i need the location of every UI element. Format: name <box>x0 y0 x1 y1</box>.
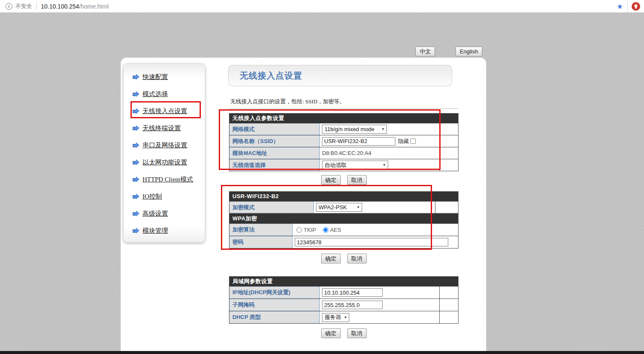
tkip-radio[interactable] <box>296 227 302 233</box>
arrow-icon <box>132 193 139 199</box>
ip-address-input[interactable] <box>322 288 383 297</box>
arrow-icon <box>132 159 139 165</box>
lan-ok-button[interactable]: 确定 <box>321 328 341 338</box>
table-row: 加密模式 WPA2-PSK ▼ <box>229 201 458 213</box>
table-row: 网络名称（SSID） 隐藏 <box>229 135 458 147</box>
password-label: 密码 <box>229 236 293 248</box>
security-table-header: USR-WIFI232-B2 <box>229 192 458 201</box>
sidebar-item-module-management[interactable]: 模块管理 <box>132 226 205 235</box>
arrow-icon <box>132 125 139 131</box>
browser-address-bar: i 不安全 10.10.100.254/home.html ★ <box>0 0 644 13</box>
language-english-button[interactable]: English <box>455 47 482 56</box>
encryption-mode-select[interactable]: WPA2-PSK ▼ <box>316 203 362 212</box>
ssid-label: 网络名称（SSID） <box>229 135 320 147</box>
encryption-mode-label: 加密模式 <box>229 202 314 213</box>
page-description: 无线接入点接口的设置，包括: SSID，加密等。 <box>230 98 345 105</box>
empty-cell <box>439 123 458 135</box>
arrow-icon <box>132 142 139 148</box>
ssid-input[interactable] <box>322 137 395 146</box>
aes-radio[interactable] <box>323 227 328 233</box>
hide-ssid-label: 隐藏 <box>398 138 409 145</box>
sidebar-item-label: 模式选择 <box>142 90 168 98</box>
divider <box>229 108 458 109</box>
channel-label: 无线信道选择 <box>229 159 320 171</box>
lan-cancel-button[interactable]: 取消 <box>347 328 367 338</box>
screen: i 不安全 10.10.100.254/home.html ★ 中文 Engli… <box>0 0 644 354</box>
sidebar-item-advanced[interactable]: 高级设置 <box>132 209 205 218</box>
empty-cell <box>439 311 458 323</box>
table-row: 模块MAC地址 D8:B0:4C:EC:20:A4 <box>229 147 458 159</box>
subnet-mask-label: 子网掩码 <box>229 299 320 311</box>
dhcp-type-label: DHCP 类型 <box>229 311 320 323</box>
ip-address-label: IP地址(DHCP网关设置) <box>229 287 320 298</box>
security-cancel-button[interactable]: 取消 <box>347 254 367 263</box>
url-host: 10.10.100.254 <box>41 3 79 10</box>
subnet-mask-input[interactable] <box>322 301 383 309</box>
chevron-down-icon: ▼ <box>344 316 347 319</box>
wpa-table: WPA加密 加密算法 TKIP AES 密码 <box>229 214 458 249</box>
sidebar-item-mode-select[interactable]: 模式选择 <box>132 89 205 99</box>
mac-label: 模块MAC地址 <box>229 147 320 159</box>
sidebar-item-label: 以太网功能设置 <box>142 158 187 167</box>
sidebar-item-label: 无线终端设置 <box>142 124 181 132</box>
url-text[interactable]: 10.10.100.254/home.html <box>41 3 109 10</box>
lan-button-row: 确定 取消 <box>229 328 458 338</box>
language-chinese-button[interactable]: 中文 <box>415 47 435 56</box>
wpa-table-header: WPA加密 <box>229 214 458 223</box>
mac-address-value: D8:B0:4C:EC:20:A4 <box>322 150 371 156</box>
sidebar-item-uart-network[interactable]: 串口及网络设置 <box>132 140 205 150</box>
table-row: DHCP 类型 服务器 ▼ <box>229 311 458 323</box>
arrow-icon <box>132 228 139 234</box>
empty-cell <box>439 159 458 171</box>
ap-params-table: 无线接入点参数设置 网络模式 11b/g/n mixed mode ▼ 网络名称… <box>229 113 458 171</box>
bookmark-star-icon[interactable]: ★ <box>617 2 623 11</box>
bottom-edge-bar <box>0 351 644 354</box>
arrow-icon <box>132 91 139 97</box>
table-row: 网络模式 11b/g/n mixed mode ▼ <box>229 123 458 135</box>
sidebar-item-label: 无线接入点设置 <box>142 107 187 115</box>
bar-divider <box>627 0 628 13</box>
security-button-row: 确定 取消 <box>229 254 458 263</box>
sidebar: 快速配置 模式选择 无线接入点设置 无线终端设置 串口及网络设置 以太网功能设置… <box>123 63 205 243</box>
channel-value: 自动选取 <box>325 161 347 169</box>
arrow-icon <box>132 211 139 216</box>
table-row: 无线信道选择 自动选取 ▼ <box>229 159 458 171</box>
security-ok-button[interactable]: 确定 <box>321 254 341 263</box>
sidebar-item-label: 串口及网络设置 <box>142 141 187 149</box>
table-row: IP地址(DHCP网关设置) <box>229 286 458 298</box>
ap-table-header: 无线接入点参数设置 <box>229 114 458 123</box>
empty-cell <box>435 202 458 213</box>
info-icon[interactable]: i <box>6 3 12 10</box>
arrow-icon <box>132 74 139 80</box>
network-mode-value: 11b/g/n mixed mode <box>325 126 374 132</box>
encryption-mode-value: WPA2-PSK <box>319 204 347 211</box>
channel-select[interactable]: 自动选取 ▼ <box>322 161 388 170</box>
password-input[interactable] <box>295 238 448 246</box>
network-mode-select[interactable]: 11b/g/n mixed mode ▼ <box>322 125 387 134</box>
ap-cancel-button[interactable]: 取消 <box>347 175 367 185</box>
security-label: 不安全 <box>15 3 32 10</box>
sidebar-item-label: HTTPD Client模式 <box>142 176 193 184</box>
sidebar-item-sta-settings[interactable]: 无线终端设置 <box>132 123 205 133</box>
sidebar-item-httpd-client[interactable]: HTTPD Client模式 <box>132 175 205 184</box>
table-row: 密码 <box>229 236 458 248</box>
extension-icon[interactable] <box>632 2 640 11</box>
sidebar-item-quick-config[interactable]: 快速配置 <box>132 72 205 82</box>
address-bar-divider <box>36 3 37 10</box>
lan-table-header: 局域网参数设置 <box>229 277 458 286</box>
arrow-icon <box>132 108 139 114</box>
ap-ok-button[interactable]: 确定 <box>321 175 341 185</box>
url-path: /home.html <box>79 3 109 10</box>
network-mode-label: 网络模式 <box>229 123 320 135</box>
dhcp-type-select[interactable]: 服务器 ▼ <box>322 313 349 322</box>
sidebar-item-ethernet[interactable]: 以太网功能设置 <box>132 158 205 167</box>
sidebar-item-ap-settings[interactable]: 无线接入点设置 <box>132 106 205 116</box>
hide-ssid-checkbox[interactable] <box>410 138 416 144</box>
algorithm-label: 加密算法 <box>229 224 293 236</box>
sidebar-item-label: IO控制 <box>142 193 162 201</box>
sidebar-item-io-control[interactable]: IO控制 <box>132 192 205 201</box>
arrow-icon <box>132 176 139 182</box>
chevron-down-icon: ▼ <box>383 163 386 167</box>
tkip-label: TKIP <box>304 227 316 233</box>
table-row: 加密算法 TKIP AES <box>229 223 458 236</box>
